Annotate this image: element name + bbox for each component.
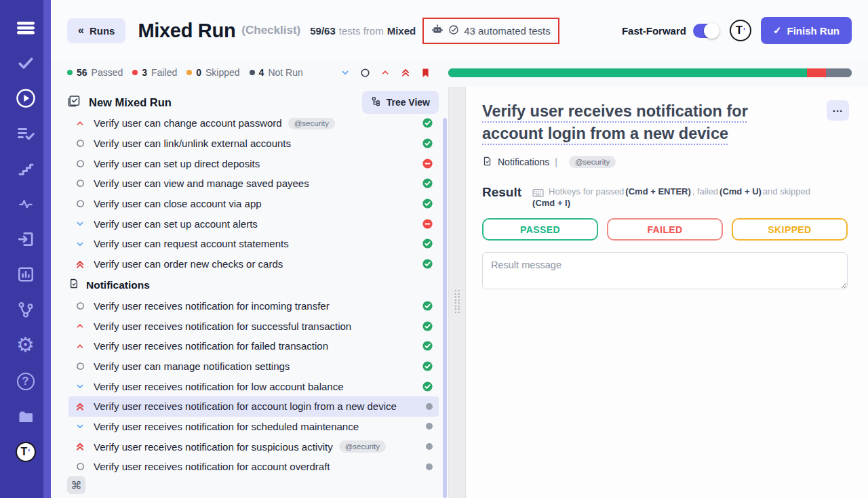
hotkey-text: and skipped: [763, 186, 810, 196]
chevron-down-icon[interactable]: [340, 68, 351, 77]
priority-low-icon: [75, 381, 85, 391]
rows-viewport: Verify user can change account password@…: [51, 118, 448, 498]
finish-run-label: Finish Run: [787, 25, 840, 37]
breadcrumb-separator: |: [555, 157, 557, 167]
priority-high-icon: [75, 321, 85, 331]
test-row[interactable]: Verify user receives notification for fa…: [68, 336, 439, 356]
status-passed-icon: [416, 340, 433, 352]
divider-grip-handle[interactable]: [455, 290, 460, 313]
priority-critical-icon: [75, 441, 85, 452]
tree-view-label: Tree View: [387, 97, 430, 108]
status-passed-icon: [416, 118, 433, 129]
status-notrun-icon: [420, 402, 433, 411]
test-row-title: Verify user can order new checks or card…: [94, 258, 283, 270]
priority-low-icon: [75, 421, 85, 431]
chevron-up-icon[interactable]: [380, 68, 391, 77]
progress-notrun: [826, 68, 851, 77]
automated-tests-label: 43 automated tests: [464, 25, 551, 37]
breadcrumb-suite[interactable]: Notifications: [498, 157, 549, 167]
test-row[interactable]: Verify user can manage notification sett…: [68, 356, 439, 377]
test-detail-panel: Verify user receives notification for ac…: [466, 87, 868, 498]
status-passed-icon: [416, 300, 433, 312]
priority-low-icon: [75, 239, 85, 249]
test-rows: Verify user can change account password@…: [68, 118, 439, 477]
test-row[interactable]: Verify user can change account password@…: [68, 118, 439, 133]
testomat-logo-header[interactable]: T': [730, 20, 751, 41]
test-row[interactable]: Verify user can close account via app: [68, 194, 439, 214]
run-progress-bar: [448, 68, 852, 77]
settings-gear-icon[interactable]: ⚙: [12, 335, 39, 355]
test-row[interactable]: Verify user can set up direct deposits: [68, 153, 439, 173]
test-row[interactable]: Verify user can request account statemen…: [68, 234, 439, 254]
menu-hamburger-icon[interactable]: [12, 18, 39, 38]
back-to-runs-button[interactable]: « Runs: [67, 18, 125, 43]
priority-normal-icon: [75, 159, 85, 168]
test-row[interactable]: Verify user receives notification for in…: [68, 296, 439, 316]
security-tag: @security: [569, 156, 616, 168]
fast-forward-toggle[interactable]: [693, 24, 719, 38]
test-row[interactable]: Verify user receives notification for su…: [68, 316, 439, 336]
steps-icon[interactable]: [12, 159, 39, 179]
command-hotkey-badge[interactable]: ⌘: [67, 476, 85, 494]
priority-normal-icon: [75, 179, 85, 188]
hotkeys-hint: Hotkeys for passed (Cmd + ENTER) , faile…: [532, 186, 848, 208]
hotkey-combo: (Cmd + ENTER): [625, 186, 690, 196]
result-message-input[interactable]: [482, 252, 848, 289]
plans-list-check-icon[interactable]: [12, 123, 39, 144]
test-row[interactable]: Verify user can order new checks or card…: [68, 254, 439, 274]
section-title: Notifications: [86, 279, 150, 291]
test-row[interactable]: Verify user receives notification for sc…: [68, 417, 439, 437]
result-buttons: PASSEDFAILEDSKIPPED: [482, 218, 848, 241]
test-row[interactable]: Verify user can link/unlink external acc…: [68, 133, 439, 154]
test-row[interactable]: Verify user receives notification for ac…: [68, 457, 439, 477]
ellipsis-icon: ...: [833, 102, 844, 114]
tests-check-icon[interactable]: [12, 53, 39, 73]
test-row[interactable]: Verify user receives notification for ac…: [68, 396, 439, 417]
priority-critical-icon: [75, 259, 85, 270]
tree-icon: [371, 96, 381, 108]
test-row[interactable]: Verify user can set up account alerts: [68, 213, 439, 234]
status-passed-icon: [416, 258, 433, 270]
double-chevron-up-icon[interactable]: [400, 67, 411, 78]
finish-run-button[interactable]: ✓ Finish Run: [761, 17, 852, 44]
branches-git-icon[interactable]: [12, 299, 39, 320]
projects-folder-icon[interactable]: [12, 407, 39, 427]
status-passed-icon: [416, 238, 433, 249]
status-failed-icon: [416, 158, 433, 169]
runs-play-icon[interactable]: [12, 88, 39, 108]
test-row-title: Verify user receives notification for fa…: [94, 340, 328, 352]
tree-view-button[interactable]: Tree View: [362, 91, 439, 114]
test-row-title: Verify user can manage notification sett…: [94, 360, 290, 372]
test-row-title: Verify user can set up account alerts: [94, 218, 258, 230]
stat-not-run: 4Not Run: [250, 67, 303, 78]
panel-divider: [448, 87, 466, 498]
test-title[interactable]: Verify user receives notification for ac…: [482, 100, 848, 146]
test-row[interactable]: Verify user receives notification for lo…: [68, 376, 439, 396]
toggle-knob: [704, 23, 719, 39]
mark-skipped-button[interactable]: SKIPPED: [732, 218, 848, 241]
status-notrun-icon: [420, 422, 433, 430]
test-row[interactable]: Verify user can view and manage saved pa…: [68, 173, 439, 194]
pulse-icon[interactable]: [12, 194, 39, 214]
result-label: Result: [482, 185, 521, 200]
mark-failed-button[interactable]: FAILED: [607, 218, 723, 241]
tests-from-label: tests from: [339, 25, 384, 37]
hotkey-combo: (Cmd + U): [719, 186, 762, 196]
bookmark-icon[interactable]: [420, 67, 431, 79]
testomat-logo[interactable]: T': [12, 442, 39, 462]
import-login-icon[interactable]: [12, 229, 39, 249]
analytics-chart-icon[interactable]: [12, 264, 39, 285]
list-scrollbar[interactable]: [443, 118, 447, 498]
circle-icon[interactable]: [360, 68, 370, 78]
test-row-title: Verify user can request account statemen…: [94, 238, 289, 249]
document-icon: [482, 156, 492, 169]
run-list-title: New Mixed Run: [89, 96, 172, 109]
more-options-button[interactable]: ...: [827, 100, 849, 121]
security-tag: @security: [288, 118, 335, 129]
automation-check-icon: [448, 24, 459, 37]
help-icon[interactable]: ?: [12, 371, 39, 392]
test-row[interactable]: Verify user receives notification for su…: [68, 436, 439, 457]
status-passed-icon: [416, 320, 433, 332]
section-row[interactable]: Notifications: [68, 274, 439, 296]
mark-passed-button[interactable]: PASSED: [482, 218, 598, 241]
